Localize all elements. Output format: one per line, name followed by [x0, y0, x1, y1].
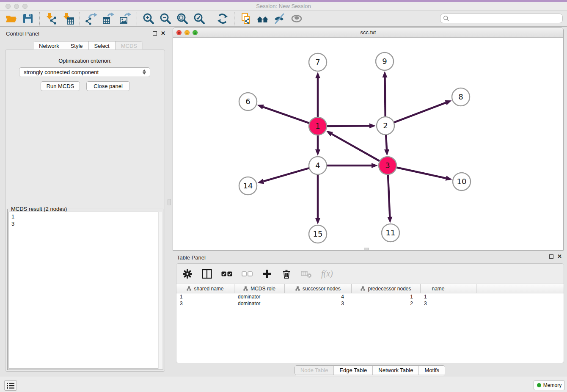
column-label: shared name [194, 286, 223, 292]
network-window-titlebar[interactable]: ✕ − + scc.txt [173, 28, 563, 38]
close-table-panel-button[interactable]: ✕ [557, 254, 562, 259]
criterion-select[interactable]: strongly connected component [19, 67, 150, 77]
run-mcds-button[interactable]: Run MCDS [41, 81, 80, 91]
open-folder-icon [5, 12, 17, 25]
close-view-button[interactable]: ✕ [176, 30, 182, 35]
show-panel-button[interactable] [288, 11, 305, 26]
cell-predecessor-nodes[interactable]: 2 [352, 300, 421, 307]
graph-node-15[interactable]: 15 [309, 225, 327, 243]
save-session-button[interactable] [19, 11, 36, 26]
graph-node-9[interactable]: 9 [376, 52, 394, 70]
graph-edge-1-2[interactable] [326, 126, 369, 126]
export-image-button[interactable] [117, 11, 134, 26]
add-row-button[interactable] [262, 269, 272, 279]
graph-node-14[interactable]: 14 [239, 177, 257, 195]
graph-edge-2-9[interactable] [385, 77, 385, 118]
minimize-window-button[interactable] [14, 4, 19, 9]
graph-edge-3-1[interactable] [332, 134, 380, 162]
graph-edge-4-14[interactable] [263, 168, 310, 181]
hide-columns-button[interactable] [242, 269, 253, 279]
search-input[interactable] [449, 14, 562, 22]
export-network-button[interactable] [83, 11, 100, 26]
result-scrollbar[interactable] [158, 212, 162, 369]
show-columns-button[interactable] [221, 269, 232, 279]
cell-shared-name[interactable]: 1 [176, 293, 234, 300]
cell-successor-nodes[interactable]: 3 [285, 300, 352, 307]
home-button[interactable] [254, 11, 271, 26]
table-tab-network-table[interactable]: Network Table [373, 366, 419, 375]
delete-row-button[interactable] [281, 269, 292, 279]
graph-node-3[interactable]: 3 [379, 157, 396, 174]
refresh-button[interactable] [214, 11, 231, 26]
mcds-tab-content: Optimization criterion: strongly connect… [5, 50, 165, 372]
graph-node-10[interactable]: 10 [453, 173, 471, 190]
import-network-button[interactable] [43, 11, 60, 26]
graph-node-2[interactable]: 2 [377, 117, 394, 135]
duplicate-network-button[interactable] [237, 11, 254, 26]
cell-mcds-role[interactable]: dominator [234, 300, 285, 307]
column-header-shared-name[interactable]: shared name [176, 284, 234, 293]
zoom-selected-button[interactable] [191, 11, 208, 26]
import-table-button[interactable] [60, 11, 77, 26]
table-tab-node-table[interactable]: Node Table [295, 366, 334, 375]
network-canvas[interactable]: 1234678910111415 [173, 38, 563, 251]
table-tab-edge-table[interactable]: Edge Table [334, 366, 373, 375]
table-row[interactable]: 3dominator323 [176, 300, 564, 307]
column-type-icon [243, 286, 248, 291]
column-header-successor-nodes[interactable]: successor nodes [285, 284, 352, 293]
cell-predecessor-nodes[interactable]: 1 [352, 293, 421, 300]
export-table-button[interactable] [100, 11, 117, 26]
graph-edge-2-8[interactable] [393, 103, 446, 123]
memory-button[interactable]: Memory [534, 380, 565, 390]
graph-node-8[interactable]: 8 [452, 88, 470, 106]
graph-node-1[interactable]: 1 [309, 117, 327, 135]
zoom-out-button[interactable] [157, 11, 174, 26]
open-session-button[interactable] [3, 11, 19, 26]
function-builder-button[interactable]: f(x) [321, 269, 333, 279]
zoom-in-button[interactable] [140, 11, 157, 26]
cell-mcds-role[interactable]: dominator [234, 293, 285, 300]
delete-table-button[interactable] [301, 269, 312, 279]
minimize-view-button[interactable]: − [184, 30, 190, 35]
cell-shared-name[interactable]: 3 [176, 300, 234, 307]
column-header-name[interactable]: name [421, 284, 456, 293]
cell-name[interactable]: 3 [421, 300, 456, 307]
hide-panels-button[interactable] [271, 11, 288, 26]
graph-node-4[interactable]: 4 [309, 157, 327, 174]
maximize-view-button[interactable]: + [193, 30, 198, 35]
tab-network[interactable]: Network [33, 41, 65, 50]
close-panel-button[interactable]: ✕ [161, 31, 165, 36]
table-row[interactable]: 1dominator411 [176, 293, 564, 300]
graph-edge-3-10[interactable] [396, 167, 446, 178]
graph-edge-1-6[interactable] [263, 107, 310, 124]
tab-style[interactable]: Style [65, 41, 89, 50]
list-icon [6, 382, 15, 389]
column-header-mcds-role[interactable]: MCDS role [234, 284, 285, 293]
graph-node-7[interactable]: 7 [309, 53, 327, 71]
view-divider-grip[interactable] [364, 248, 369, 250]
cell-successor-nodes[interactable]: 4 [285, 293, 352, 300]
split-panel-button[interactable] [202, 269, 212, 279]
mcds-result-text[interactable]: 13 [8, 212, 162, 369]
tab-select[interactable]: Select [89, 41, 116, 50]
graph-node-11[interactable]: 11 [382, 224, 399, 242]
column-header-predecessor-nodes[interactable]: predecessor nodes [352, 284, 421, 293]
close-panel-button-secondary[interactable]: Close panel [86, 81, 130, 91]
panels-menu-button[interactable] [4, 380, 17, 391]
panel-divider-grip[interactable] [168, 199, 171, 205]
table-settings-button[interactable] [182, 269, 193, 279]
float-table-panel-button[interactable] [549, 254, 553, 259]
float-panel-button[interactable] [153, 31, 157, 36]
graph-edge-3-11[interactable] [388, 174, 390, 217]
zoom-fit-icon [176, 12, 189, 25]
toolbar-separator [39, 12, 40, 25]
search-box[interactable] [440, 14, 563, 23]
table-tab-motifs[interactable]: Motifs [419, 366, 445, 375]
zoom-window-button[interactable] [22, 4, 28, 9]
graph-node-6[interactable]: 6 [239, 93, 257, 110]
cell-name[interactable]: 1 [421, 293, 456, 300]
graph-edge-2-3[interactable] [386, 134, 387, 149]
tab-mcds[interactable]: MCDS [116, 41, 143, 50]
close-window-button[interactable] [6, 4, 11, 9]
zoom-fit-button[interactable] [174, 11, 191, 26]
